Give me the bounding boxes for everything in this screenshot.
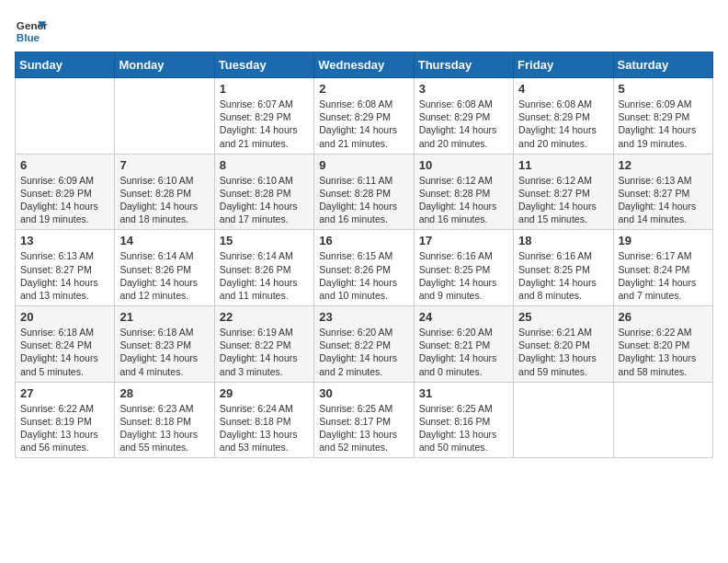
day-number: 23 [319,310,408,324]
calendar-day-cell: 21Sunrise: 6:18 AMSunset: 8:23 PMDayligh… [115,306,214,383]
day-number: 27 [20,386,109,400]
calendar-week-row: 20Sunrise: 6:18 AMSunset: 8:24 PMDayligh… [16,306,713,383]
calendar-day-cell: 26Sunrise: 6:22 AMSunset: 8:20 PMDayligh… [613,306,712,383]
calendar-day-cell: 1Sunrise: 6:07 AMSunset: 8:29 PMDaylight… [214,78,313,155]
day-info: Sunrise: 6:11 AMSunset: 8:28 PMDaylight:… [319,174,408,226]
day-info: Sunrise: 6:24 AMSunset: 8:18 PMDaylight:… [220,402,309,454]
day-number: 25 [518,310,608,324]
day-number: 14 [119,234,209,247]
day-number: 28 [119,386,209,400]
day-number: 20 [20,310,109,324]
day-info: Sunrise: 6:14 AMSunset: 8:26 PMDaylight:… [220,249,309,302]
calendar-day-cell: 29Sunrise: 6:24 AMSunset: 8:18 PMDayligh… [214,382,313,458]
calendar-table: SundayMondayTuesdayWednesdayThursdayFrid… [15,52,713,458]
day-of-week-header: Saturday [613,52,712,78]
day-info: Sunrise: 6:09 AMSunset: 8:29 PMDaylight:… [20,174,109,226]
day-number: 30 [319,386,408,400]
day-number: 15 [220,234,309,247]
calendar-day-cell: 28Sunrise: 6:23 AMSunset: 8:18 PMDayligh… [115,382,214,458]
day-info: Sunrise: 6:13 AMSunset: 8:27 PMDaylight:… [619,174,708,226]
day-info: Sunrise: 6:12 AMSunset: 8:28 PMDaylight:… [419,174,508,226]
calendar-day-cell: 14Sunrise: 6:14 AMSunset: 8:26 PMDayligh… [115,230,214,306]
day-info: Sunrise: 6:08 AMSunset: 8:29 PMDaylight:… [319,98,408,150]
calendar-day-cell: 23Sunrise: 6:20 AMSunset: 8:22 PMDayligh… [314,306,414,383]
calendar-day-cell: 8Sunrise: 6:10 AMSunset: 8:28 PMDaylight… [214,154,313,230]
day-number: 5 [619,82,708,96]
calendar-day-cell: 19Sunrise: 6:17 AMSunset: 8:24 PMDayligh… [613,230,712,306]
day-info: Sunrise: 6:09 AMSunset: 8:29 PMDaylight:… [619,98,708,150]
calendar-day-cell [514,382,613,458]
day-number: 26 [619,310,708,324]
calendar-day-cell: 30Sunrise: 6:25 AMSunset: 8:17 PMDayligh… [314,382,414,458]
day-number: 6 [20,158,109,172]
calendar-day-cell: 3Sunrise: 6:08 AMSunset: 8:29 PMDaylight… [414,78,513,155]
day-info: Sunrise: 6:16 AMSunset: 8:25 PMDaylight:… [419,249,508,302]
calendar-week-row: 27Sunrise: 6:22 AMSunset: 8:19 PMDayligh… [16,382,713,458]
calendar-day-cell: 20Sunrise: 6:18 AMSunset: 8:24 PMDayligh… [16,306,115,383]
day-number: 13 [20,234,109,247]
day-number: 7 [119,158,209,172]
day-number: 4 [518,82,608,96]
calendar-day-cell: 16Sunrise: 6:15 AMSunset: 8:26 PMDayligh… [314,230,414,306]
day-of-week-header: Sunday [16,52,115,78]
day-number: 19 [619,234,708,247]
day-info: Sunrise: 6:23 AMSunset: 8:18 PMDaylight:… [119,402,209,454]
day-info: Sunrise: 6:19 AMSunset: 8:22 PMDaylight:… [220,326,309,378]
calendar-day-cell: 10Sunrise: 6:12 AMSunset: 8:28 PMDayligh… [414,154,513,230]
day-info: Sunrise: 6:18 AMSunset: 8:24 PMDaylight:… [20,326,109,378]
day-info: Sunrise: 6:22 AMSunset: 8:20 PMDaylight:… [619,326,708,378]
day-number: 21 [119,310,209,324]
calendar-day-cell: 13Sunrise: 6:13 AMSunset: 8:27 PMDayligh… [16,230,115,306]
calendar-day-cell: 4Sunrise: 6:08 AMSunset: 8:29 PMDaylight… [514,78,613,155]
day-number: 8 [220,158,309,172]
calendar-day-cell: 9Sunrise: 6:11 AMSunset: 8:28 PMDaylight… [314,154,414,230]
day-of-week-header: Wednesday [314,52,414,78]
calendar-day-cell: 12Sunrise: 6:13 AMSunset: 8:27 PMDayligh… [613,154,712,230]
day-number: 12 [619,158,708,172]
day-info: Sunrise: 6:18 AMSunset: 8:23 PMDaylight:… [119,326,209,378]
day-number: 31 [419,386,508,400]
day-of-week-header: Thursday [414,52,513,78]
day-info: Sunrise: 6:20 AMSunset: 8:22 PMDaylight:… [319,326,408,378]
day-number: 18 [518,234,608,247]
day-info: Sunrise: 6:25 AMSunset: 8:16 PMDaylight:… [419,402,508,454]
calendar-day-cell [16,78,115,155]
calendar-day-cell: 5Sunrise: 6:09 AMSunset: 8:29 PMDaylight… [613,78,712,155]
day-number: 22 [220,310,309,324]
calendar-day-cell: 17Sunrise: 6:16 AMSunset: 8:25 PMDayligh… [414,230,513,306]
day-number: 29 [220,386,309,400]
calendar-day-cell: 24Sunrise: 6:20 AMSunset: 8:21 PMDayligh… [414,306,513,383]
calendar-day-cell: 6Sunrise: 6:09 AMSunset: 8:29 PMDaylight… [16,154,115,230]
calendar-week-row: 13Sunrise: 6:13 AMSunset: 8:27 PMDayligh… [16,230,713,306]
page-header: General Blue [15,15,713,48]
day-number: 3 [419,82,508,96]
day-info: Sunrise: 6:14 AMSunset: 8:26 PMDaylight:… [119,249,209,302]
day-info: Sunrise: 6:12 AMSunset: 8:27 PMDaylight:… [518,174,608,226]
day-info: Sunrise: 6:15 AMSunset: 8:26 PMDaylight:… [319,249,408,302]
day-info: Sunrise: 6:16 AMSunset: 8:25 PMDaylight:… [518,249,608,302]
day-info: Sunrise: 6:10 AMSunset: 8:28 PMDaylight:… [220,174,309,226]
calendar-day-cell: 18Sunrise: 6:16 AMSunset: 8:25 PMDayligh… [514,230,613,306]
calendar-day-cell: 25Sunrise: 6:21 AMSunset: 8:20 PMDayligh… [514,306,613,383]
day-info: Sunrise: 6:21 AMSunset: 8:20 PMDaylight:… [518,326,608,378]
calendar-week-row: 1Sunrise: 6:07 AMSunset: 8:29 PMDaylight… [16,78,713,155]
calendar-day-cell: 27Sunrise: 6:22 AMSunset: 8:19 PMDayligh… [16,382,115,458]
calendar-header-row: SundayMondayTuesdayWednesdayThursdayFrid… [16,52,713,78]
calendar-day-cell [115,78,214,155]
calendar-day-cell: 15Sunrise: 6:14 AMSunset: 8:26 PMDayligh… [214,230,313,306]
day-info: Sunrise: 6:25 AMSunset: 8:17 PMDaylight:… [319,402,408,454]
calendar-day-cell: 22Sunrise: 6:19 AMSunset: 8:22 PMDayligh… [214,306,313,383]
day-info: Sunrise: 6:07 AMSunset: 8:29 PMDaylight:… [220,98,309,150]
logo-icon: General Blue [15,15,48,48]
svg-text:Blue: Blue [17,31,40,43]
day-number: 17 [419,234,508,247]
calendar-week-row: 6Sunrise: 6:09 AMSunset: 8:29 PMDaylight… [16,154,713,230]
day-number: 1 [220,82,309,96]
calendar-day-cell: 31Sunrise: 6:25 AMSunset: 8:16 PMDayligh… [414,382,513,458]
day-number: 9 [319,158,408,172]
logo: General Blue [15,15,48,48]
day-info: Sunrise: 6:22 AMSunset: 8:19 PMDaylight:… [20,402,109,454]
day-of-week-header: Friday [514,52,613,78]
day-of-week-header: Tuesday [214,52,313,78]
calendar-day-cell: 7Sunrise: 6:10 AMSunset: 8:28 PMDaylight… [115,154,214,230]
